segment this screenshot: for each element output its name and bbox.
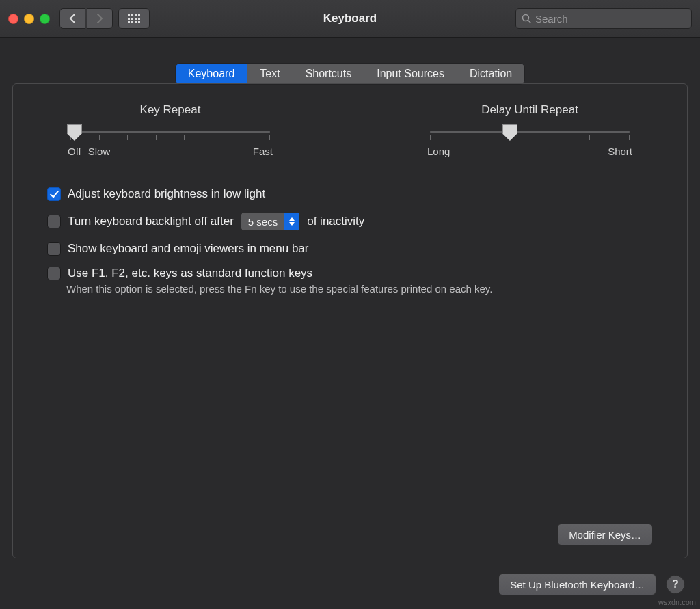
forward-button[interactable] (87, 8, 113, 29)
panel-footer: Modifier Keys… (47, 524, 653, 545)
search-input[interactable]: Search (515, 8, 692, 29)
modifier-keys-button[interactable]: Modifier Keys… (557, 524, 653, 545)
close-icon[interactable] (8, 14, 18, 24)
check-backlight-label-pre: Turn keyboard backlight off after (68, 215, 234, 228)
backlight-timeout-select[interactable]: 5 secs (241, 212, 300, 231)
chevron-right-icon (96, 14, 103, 23)
label-slow: Slow (88, 146, 111, 157)
label-fast: Fast (253, 146, 273, 157)
backlight-timeout-value: 5 secs (248, 216, 278, 228)
check-viewers-label: Show keyboard and emoji viewers in menu … (68, 242, 308, 256)
grid-icon (128, 14, 140, 23)
window-controls (8, 14, 50, 24)
slider-ticks (430, 135, 630, 140)
back-button[interactable] (59, 8, 85, 29)
body: Keyboard Text Shortcuts Input Sources Di… (0, 38, 700, 609)
check-brightness[interactable] (47, 187, 61, 201)
delay-repeat-title: Delay Until Repeat (427, 103, 632, 117)
check-fnkeys-row: Use F1, F2, etc. keys as standard functi… (47, 267, 653, 280)
titlebar: Keyboard Search (0, 0, 700, 38)
show-all-button[interactable] (118, 8, 150, 29)
chevron-left-icon (69, 14, 76, 23)
label-off: Off (68, 146, 81, 157)
key-repeat-labels: Off Slow Fast (68, 146, 273, 157)
svg-line-1 (528, 21, 531, 23)
delay-repeat-labels: Long Short (427, 146, 632, 157)
tabs: Keyboard Text Shortcuts Input Sources Di… (176, 64, 524, 84)
slider-ticks (70, 135, 270, 140)
checkbox-group: Adjust keyboard brightness in low light … (47, 187, 653, 295)
help-button[interactable]: ? (666, 575, 685, 594)
label-short: Short (608, 146, 632, 157)
check-brightness-label: Adjust keyboard brightness in low light (68, 187, 265, 201)
window-footer: Set Up Bluetooth Keyboard… ? (12, 573, 688, 595)
delay-repeat-block: Delay Until Repeat Long Short (427, 103, 632, 157)
select-stepper-icon (284, 213, 299, 230)
check-fnkeys-label: Use F1, F2, etc. keys as standard functi… (68, 267, 312, 280)
tab-shortcuts[interactable]: Shortcuts (293, 64, 364, 84)
tab-dictation[interactable]: Dictation (457, 64, 524, 84)
zoom-icon[interactable] (40, 14, 50, 24)
nav-buttons (59, 8, 113, 29)
watermark: wsxdn.com (658, 598, 696, 606)
check-brightness-row: Adjust keyboard brightness in low light (47, 187, 653, 201)
check-viewers-row: Show keyboard and emoji viewers in menu … (47, 242, 653, 256)
delay-repeat-slider[interactable] (430, 131, 630, 133)
check-backlight-row: Turn keyboard backlight off after 5 secs… (47, 212, 653, 231)
minimize-icon[interactable] (24, 14, 34, 24)
check-backlight[interactable] (47, 215, 61, 228)
fnkeys-subnote: When this option is selected, press the … (66, 283, 653, 295)
preferences-window: Keyboard Search Keyboard Text Shortcuts … (0, 0, 700, 609)
tab-keyboard[interactable]: Keyboard (176, 64, 247, 84)
panel: Key Repeat Off Slow Fast (12, 83, 688, 558)
sliders-row: Key Repeat Off Slow Fast (68, 103, 632, 157)
search-placeholder: Search (535, 13, 568, 25)
key-repeat-slider[interactable] (70, 131, 270, 133)
label-long: Long (427, 146, 450, 157)
check-viewers[interactable] (47, 242, 61, 256)
setup-bluetooth-button[interactable]: Set Up Bluetooth Keyboard… (498, 573, 656, 595)
tab-text[interactable]: Text (247, 64, 292, 84)
key-repeat-block: Key Repeat Off Slow Fast (68, 103, 273, 157)
key-repeat-title: Key Repeat (68, 103, 273, 117)
check-backlight-label-post: of inactivity (307, 215, 364, 228)
check-fnkeys[interactable] (47, 267, 61, 280)
tab-input-sources[interactable]: Input Sources (364, 64, 457, 84)
search-icon (522, 14, 531, 23)
